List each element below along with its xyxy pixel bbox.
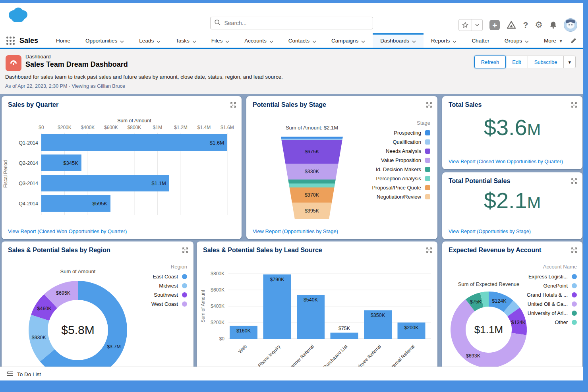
avatar[interactable] [564,18,577,32]
expand-icon[interactable] [426,247,432,255]
tab-accounts[interactable]: Accounts [237,33,281,48]
legend-swatch [182,283,187,288]
legend-item[interactable]: Midwest [151,283,187,288]
card-title: Potential Sales by Stage [253,101,326,108]
legend-label: East Coast [153,274,178,280]
svg-text:$1.6M: $1.6M [220,125,234,130]
legend-item[interactable]: GenePoint [527,283,577,288]
svg-text:$350K: $350K [371,313,385,318]
card-title: Sales by Quarter [8,101,58,108]
legend-swatch [425,139,430,145]
legend-item[interactable]: Grand Hotels & ... [527,292,577,297]
subscribe-button[interactable]: Subscribe [528,56,564,68]
tab-groups[interactable]: Groups [497,33,536,48]
expand-icon[interactable] [230,102,236,109]
svg-text:Sum of Amount: Sum of Amount [200,290,206,322]
expand-icon[interactable] [182,247,188,255]
view-report-link[interactable]: View Report (Closed Won Opportunities by… [8,228,127,234]
card-total-sales: Total Sales $3.6M View Report (Closed Wo… [442,96,582,169]
svg-text:Sum of Amount: Sum of Amount [60,268,96,274]
svg-text:$400K: $400K [81,125,95,130]
expand-icon[interactable] [571,102,577,109]
svg-text:Sum of Amount: $2.1M: Sum of Amount: $2.1M [286,125,338,131]
legend-item[interactable]: Other [527,319,577,325]
tab-files[interactable]: Files [204,33,237,48]
svg-text:Phone Inquiry: Phone Inquiry [257,344,281,367]
tab-home[interactable]: Home [48,33,78,48]
svg-text:$5.8M: $5.8M [61,323,94,336]
tab-opportunities[interactable]: Opportunities [78,33,132,48]
view-report-link[interactable]: View Report (Opportunities by Stage) [253,228,338,234]
legend-item[interactable]: Qualification [372,139,430,145]
legend-item[interactable]: United Oil & Ga... [527,301,577,307]
favorites-caret-icon[interactable] [472,19,482,31]
account-legend: Account NameExpress Logisti...GenePointG… [527,264,577,328]
notifications-bell-icon[interactable] [549,21,557,29]
expand-icon[interactable] [571,178,577,185]
legend-item[interactable]: Proposal/Price Quote [372,185,430,190]
edit-button[interactable]: Edit [505,56,528,68]
help-icon[interactable]: ? [523,20,528,30]
legend-item[interactable]: East Coast [151,274,187,279]
tab-contacts[interactable]: Contacts [281,33,324,48]
legend-item[interactable]: Southwest [151,292,187,297]
svg-text:$1.1M: $1.1M [152,180,166,186]
trailhead-icon[interactable] [507,21,516,29]
tab-chatter[interactable]: Chatter [464,33,497,48]
expand-icon[interactable] [571,247,577,255]
svg-text:Web: Web [237,344,248,354]
view-report-link[interactable]: View Report (Opportunities by Stage) [449,229,531,234]
legend-item[interactable]: Prospecting [372,130,430,135]
legend-swatch [572,311,577,316]
edit-navigation-pencil-icon[interactable] [571,37,577,44]
svg-text:$1.4M: $1.4M [197,125,211,130]
svg-text:$330K: $330K [305,169,319,174]
global-search[interactable] [210,17,373,29]
svg-text:Employee Referral: Employee Referral [350,344,382,367]
setup-gear-icon[interactable]: ⚙ [535,20,543,30]
legend-swatch [425,130,430,135]
tab-leads[interactable]: Leads [132,33,168,48]
todo-list-utility-bar[interactable]: To Do List [0,367,583,380]
tab-reports[interactable]: Reports [424,33,464,48]
svg-text:$1.1M: $1.1M [474,324,503,336]
legend-label: Grand Hotels & ... [527,292,568,298]
card-expected-revenue: Expected Revenue by Account Sum of Expec… [442,241,582,367]
header-actions: + ? ⚙ [458,18,577,32]
legend-item[interactable]: University of Ari... [527,310,577,316]
legend-item[interactable]: Value Proposition [372,157,430,163]
card-sales-by-quarter: Sales by Quarter Sum of Amount$0$200K$40… [2,96,242,239]
svg-text:$800K: $800K [211,271,224,276]
svg-text:Q2-2014: Q2-2014 [19,160,38,166]
refresh-button[interactable]: Refresh [474,56,506,68]
global-actions-add-icon[interactable]: + [489,20,500,30]
svg-text:$595K: $595K [92,201,107,207]
favorites-star-icon[interactable] [459,19,472,31]
legend-item[interactable]: West Coast [151,301,187,307]
chevron-down-icon [269,38,273,44]
legend-item[interactable]: Negotiation/Review [372,194,430,199]
legend-label: GenePoint [544,283,568,289]
tab-tasks[interactable]: Tasks [168,33,204,48]
expand-icon[interactable] [426,102,432,109]
legend-item[interactable]: Id. Decision Makers [372,166,430,172]
desktop-background: + ? ⚙ Sales HomeOpportunitie [0,0,588,392]
legend-label: Id. Decision Makers [376,166,421,172]
legend-title: Stage [372,120,430,126]
svg-text:$460K: $460K [37,306,52,311]
legend-swatch [425,158,430,163]
view-report-link[interactable]: View Report (Closed Won Opportunities by… [449,159,563,164]
tab-dashboards[interactable]: Dashboards [373,33,424,48]
more-actions-caret-button[interactable]: ▾ [563,56,576,68]
app-launcher-icon[interactable] [6,37,15,45]
tab-more[interactable]: More▼ [536,33,571,48]
tab-label: Leads [139,38,154,44]
search-input[interactable] [224,19,369,27]
card-title: Sales & Potential Sales by Lead Source [203,247,322,254]
tab-campaigns[interactable]: Campaigns [324,33,373,48]
legend-item[interactable]: Express Logisti... [527,274,577,279]
legend-item[interactable]: Perception Analysis [372,176,430,181]
stage-legend: StageProspectingQualificationNeeds Analy… [372,120,430,203]
legend-item[interactable]: Needs Analysis [372,148,430,154]
svg-text:External Referral: External Referral [387,344,416,367]
